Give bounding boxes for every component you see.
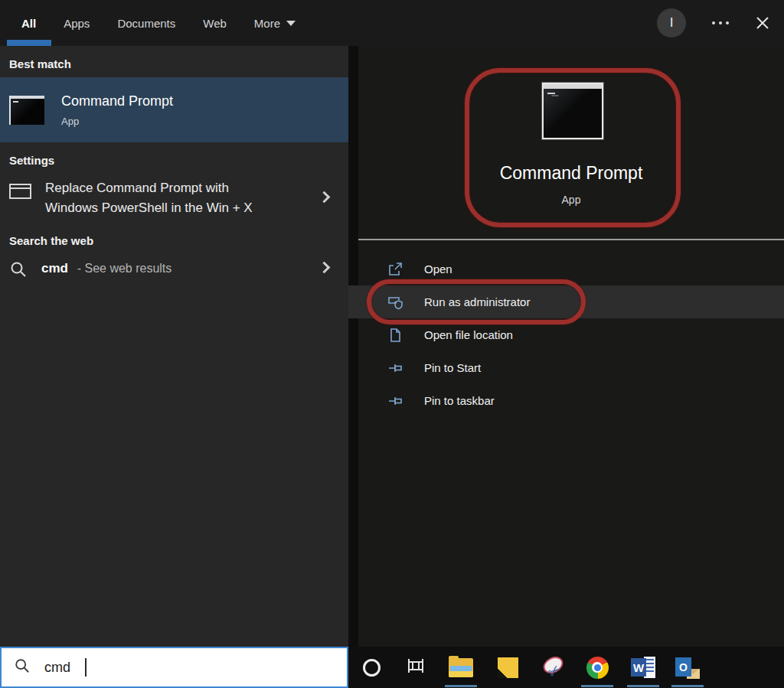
file-location-icon [387,327,403,344]
dropdown-arrow-icon [286,21,296,26]
tab-all[interactable]: All [21,0,36,46]
task-view-icon [406,656,426,679]
close-icon[interactable] [755,15,770,31]
action-pin-to-taskbar[interactable]: Pin to taskbar [348,384,784,417]
admin-shield-icon [387,294,403,311]
action-pin-to-start-label: Pin to Start [424,361,481,374]
user-avatar[interactable]: I [657,8,686,37]
tab-more-label: More [254,17,280,30]
action-open-label: Open [424,262,452,276]
tab-web[interactable]: Web [203,0,227,46]
settings-result-line2: Windows PowerShell in the Win + X [45,198,253,218]
action-open-file-location[interactable]: Open file location [348,318,784,351]
topbar-right-controls: I [657,0,776,46]
pin-icon [387,360,403,377]
action-open[interactable]: Open [348,253,784,285]
user-avatar-initial: I [670,15,674,31]
search-icon [14,657,31,677]
tab-all-label: All [21,17,36,30]
file-explorer-button[interactable] [449,655,473,680]
text-cursor [85,658,87,677]
panel-separator [358,239,784,240]
settings-result[interactable]: Replace Command Prompt with Windows Powe… [0,174,348,223]
snipping-tool-icon: ✂ [541,656,566,679]
tab-documents-label: Documents [117,17,175,30]
taskbar: ✂ W O [348,647,784,688]
word-icon: W [631,656,655,679]
open-app-indicator [627,685,659,687]
settings-result-line1: Replace Command Prompt with [45,178,253,198]
action-run-as-administrator[interactable]: Run as administrator [348,285,784,318]
open-app-indicator [671,685,704,687]
file-explorer-icon [449,658,473,677]
cortana-icon [363,659,381,677]
snipping-tool-button[interactable]: ✂ [541,655,566,680]
web-search-result[interactable]: cmd - See web results [0,254,348,283]
search-icon [9,260,28,279]
search-filter-bar: All Apps Documents Web More I [0,0,784,46]
best-match-subtitle: App [61,116,173,127]
best-match-result[interactable]: Command Prompt App [0,77,348,142]
best-match-header: Best match [0,57,348,70]
filter-tabs: All Apps Documents Web More [0,0,296,46]
pin-icon [387,393,403,409]
chevron-right-icon [318,262,331,274]
web-query-text: cmd [41,261,68,276]
web-suffix-text: - See web results [77,262,172,275]
open-app-indicator [445,685,477,687]
sticky-notes-button[interactable] [495,655,520,680]
cortana-button[interactable] [359,655,384,680]
task-view-button[interactable] [403,655,428,680]
outlook-button[interactable]: O [675,655,700,680]
windows-search-flyout: All Apps Documents Web More I [0,0,784,688]
search-web-header: Search the web [0,234,348,247]
tab-documents[interactable]: Documents [117,0,175,46]
command-prompt-icon [9,96,44,125]
red-annotation-circle-app [465,68,681,227]
action-run-as-administrator-label: Run as administrator [424,295,530,308]
chevron-right-icon [318,191,331,204]
sticky-notes-icon [498,657,518,678]
word-button[interactable]: W [631,655,655,680]
best-match-title: Command Prompt [61,93,173,109]
open-app-indicator [581,685,613,687]
action-pin-to-taskbar-label: Pin to taskbar [424,394,495,407]
action-pin-to-start[interactable]: Pin to Start [348,351,784,384]
search-input-value: cmd [44,660,70,676]
outlook-icon: O [675,656,700,679]
tab-apps-label: Apps [64,17,90,30]
more-options-icon[interactable] [712,21,729,24]
action-open-file-location-label: Open file location [424,328,513,341]
taskbar-search-input[interactable]: cmd [0,647,348,688]
chrome-button[interactable] [585,655,609,680]
settings-header: Settings [0,154,348,167]
open-window-icon [387,261,403,278]
app-preview-panel: Command Prompt App Open Run as administr… [348,46,784,647]
search-results-panel: Best match Command Prompt App Settings R… [0,46,348,647]
window-settings-icon [9,184,31,199]
tab-web-label: Web [203,17,227,30]
tab-more[interactable]: More [254,0,296,46]
tab-apps[interactable]: Apps [64,0,90,46]
app-actions-list: Open Run as administrator Open file loca… [348,253,784,417]
chrome-icon [586,657,609,679]
